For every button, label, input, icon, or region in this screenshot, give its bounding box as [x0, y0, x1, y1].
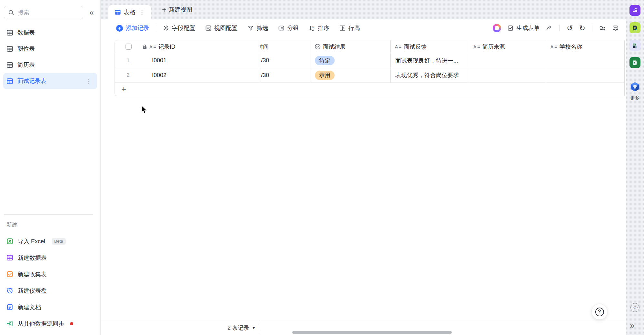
- header-school-name[interactable]: A 学校名称: [546, 40, 625, 53]
- more-plugins-cube-icon[interactable]: [629, 81, 640, 92]
- header-interview-feedback[interactable]: A 面试反馈: [390, 40, 469, 53]
- collapse-sidebar-icon[interactable]: «: [86, 6, 97, 19]
- record-count-label: 2 条记录: [227, 324, 249, 332]
- code-api-icon[interactable]: </>: [630, 303, 639, 312]
- table-row[interactable]: 1 I0001 /30 待定 面试表现良好，待进一...: [115, 53, 625, 68]
- comment-icon[interactable]: [612, 25, 619, 32]
- grid-header-row: A 记录ID 时间 面试结果 A: [115, 40, 625, 53]
- header-resume-source[interactable]: A 简历来源: [469, 40, 546, 53]
- cell-school-name[interactable]: [546, 68, 625, 82]
- svg-text:A: A: [395, 44, 398, 49]
- new-section-title: 新建: [0, 219, 100, 230]
- cell-interview-result[interactable]: 录用: [310, 68, 390, 82]
- record-search-plugin-icon[interactable]: [629, 5, 640, 16]
- sidebar-item-label: 简历表: [17, 61, 35, 69]
- filter-funnel-icon: [247, 25, 254, 31]
- cell-resume-source[interactable]: [469, 68, 546, 82]
- more-options-icon[interactable]: ⋮: [86, 77, 92, 85]
- plus-icon: +: [121, 84, 126, 94]
- add-record-button[interactable]: + 添加记录: [116, 24, 149, 32]
- cell-interview-feedback[interactable]: 面试表现良好，待进一...: [390, 53, 469, 68]
- cell-record-id[interactable]: 1 I0001: [115, 53, 260, 68]
- text-field-icon: A: [395, 44, 402, 49]
- single-select-icon: [315, 44, 321, 50]
- new-collect-form-button[interactable]: 新建收集表: [0, 266, 100, 282]
- cell-school-name[interactable]: [546, 53, 625, 68]
- new-datasheet-button[interactable]: 新建数据表: [0, 249, 100, 266]
- cell-time[interactable]: /30: [260, 53, 310, 68]
- question-mark-icon: ?: [595, 308, 604, 316]
- add-row-button[interactable]: +: [115, 82, 625, 96]
- frozen-column-divider: [260, 322, 260, 335]
- view-tabbar: 表格 ⋮ + 新建视图: [101, 0, 626, 19]
- text-field-icon: A: [149, 44, 156, 49]
- help-button[interactable]: ?: [592, 304, 607, 320]
- record-id-value: I0001: [152, 57, 166, 64]
- new-view-button[interactable]: + 新建视图: [162, 0, 192, 19]
- generate-form-button[interactable]: 生成表单: [507, 24, 539, 32]
- table-row[interactable]: 2 I0002 /30 录用 表现优秀，符合岗位要求: [115, 68, 625, 82]
- new-item-label: 新建文档: [18, 303, 41, 311]
- record-id-value: I0002: [152, 72, 166, 79]
- select-all-checkbox[interactable]: [126, 44, 132, 50]
- sidebar-item-positions[interactable]: 职位表: [3, 41, 97, 57]
- group-icon: [278, 25, 285, 31]
- new-table-icon: [6, 254, 13, 261]
- notification-dot: [70, 322, 73, 325]
- form-checkbox-icon: [507, 25, 514, 31]
- row-height-button[interactable]: 行高: [339, 24, 360, 32]
- table-convert-plugin-icon[interactable]: x: [629, 40, 640, 51]
- ai-assistant-icon[interactable]: [493, 24, 501, 32]
- new-dashboard-button[interactable]: 新建仪表盘: [0, 282, 100, 299]
- svg-text:A: A: [473, 44, 477, 49]
- column-label: 简历来源: [482, 43, 505, 51]
- share-icon[interactable]: [546, 25, 553, 32]
- expand-rail-icon[interactable]: »: [630, 321, 635, 331]
- lock-icon: [142, 44, 147, 49]
- record-count-dropdown[interactable]: 2 条记录 ▼: [227, 322, 256, 334]
- toolbar-divider: [156, 25, 156, 31]
- new-doc-button[interactable]: 新建文档: [0, 299, 100, 315]
- sidebar: 搜索 « 数据表 职位表 简历表 面试记录表 ⋮: [0, 0, 101, 335]
- cell-record-id[interactable]: 2 I0002: [115, 68, 260, 82]
- redo-icon[interactable]: ↻: [579, 25, 585, 32]
- sidebar-item-interview-records[interactable]: 面试记录表 ⋮: [3, 73, 97, 89]
- more-plugins-label[interactable]: 更多: [626, 95, 644, 101]
- view-config-button[interactable]: 视图配置: [205, 24, 237, 32]
- sidebar-item-resumes[interactable]: 简历表: [3, 57, 97, 73]
- table-grid-icon: [6, 62, 13, 68]
- excel-doc-plugin-icon[interactable]: [629, 22, 640, 33]
- sort-button[interactable]: AZ 排序: [309, 24, 329, 32]
- tab-more-icon[interactable]: ⋮: [139, 9, 145, 16]
- search-input[interactable]: 搜索: [4, 6, 83, 19]
- filter-label: 筛选: [257, 24, 268, 32]
- cell-interview-feedback[interactable]: 表现优秀，符合岗位要求: [390, 68, 469, 82]
- header-record-id[interactable]: A 记录ID: [115, 40, 260, 53]
- sidebar-divider: [4, 214, 93, 215]
- search-icon: [8, 9, 15, 16]
- header-time[interactable]: 时间: [260, 40, 310, 53]
- excel-import-plugin-icon[interactable]: [629, 57, 640, 68]
- field-config-button[interactable]: 字段配置: [163, 24, 195, 32]
- header-interview-result[interactable]: 面试结果: [310, 40, 390, 53]
- new-doc-icon: [6, 304, 13, 310]
- tab-grid-view[interactable]: 表格 ⋮: [108, 5, 151, 19]
- horizontal-scrollbar[interactable]: [292, 331, 452, 334]
- group-button[interactable]: 分组: [278, 24, 299, 32]
- sidebar-item-datasheet[interactable]: 数据表: [3, 25, 97, 41]
- text-field-icon: A: [550, 44, 557, 49]
- filter-button[interactable]: 筛选: [247, 24, 268, 32]
- import-excel-button[interactable]: 导入 Excel Beta: [0, 233, 100, 249]
- sync-data-source-button[interactable]: 从其他数据源同步: [0, 315, 100, 332]
- table-grid-icon: [6, 46, 13, 52]
- undo-icon[interactable]: ↺: [567, 25, 573, 32]
- add-record-label: 添加记录: [126, 24, 149, 32]
- cell-time[interactable]: /30: [260, 68, 310, 82]
- feedback-value: 表现优秀，符合岗位要求: [395, 71, 459, 79]
- cell-interview-result[interactable]: 待定: [310, 53, 390, 68]
- search-records-icon[interactable]: [599, 25, 606, 32]
- sidebar-item-label: 面试记录表: [17, 77, 46, 85]
- sidebar-item-label: 职位表: [17, 45, 35, 53]
- cell-resume-source[interactable]: [469, 53, 546, 68]
- new-item-label: 新建数据表: [18, 254, 47, 262]
